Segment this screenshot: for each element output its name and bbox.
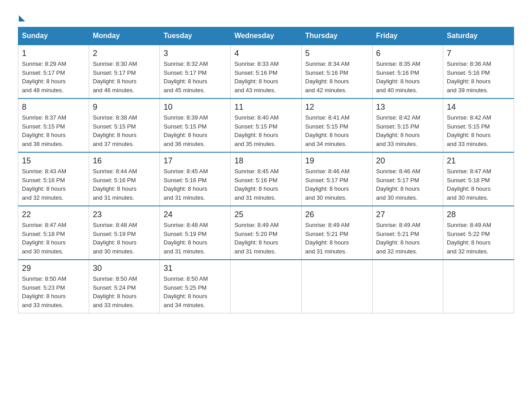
calendar-cell: 8Sunrise: 8:37 AMSunset: 5:15 PMDaylight…: [18, 98, 89, 152]
calendar-cell: 14Sunrise: 8:42 AMSunset: 5:15 PMDayligh…: [443, 98, 514, 152]
day-number: 15: [22, 156, 85, 166]
logo-arrow-icon: [19, 15, 25, 21]
day-number: 16: [93, 156, 156, 166]
week-row-3: 15Sunrise: 8:43 AMSunset: 5:16 PMDayligh…: [18, 152, 514, 206]
calendar-body: 1Sunrise: 8:29 AMSunset: 5:17 PMDaylight…: [18, 45, 514, 313]
week-row-1: 1Sunrise: 8:29 AMSunset: 5:17 PMDaylight…: [18, 45, 514, 98]
day-number: 25: [234, 210, 297, 219]
day-info: Sunrise: 8:38 AMSunset: 5:15 PMDaylight:…: [93, 113, 156, 148]
day-info: Sunrise: 8:49 AMSunset: 5:21 PMDaylight:…: [305, 221, 369, 256]
calendar-cell: 6Sunrise: 8:35 AMSunset: 5:16 PMDaylight…: [372, 45, 443, 98]
day-number: 20: [376, 156, 439, 166]
header-cell-saturday: Saturday: [443, 27, 514, 45]
day-info: Sunrise: 8:49 AMSunset: 5:21 PMDaylight:…: [376, 221, 439, 256]
day-info: Sunrise: 8:40 AMSunset: 5:15 PMDaylight:…: [234, 113, 297, 148]
day-number: 5: [305, 49, 369, 58]
calendar-cell: 15Sunrise: 8:43 AMSunset: 5:16 PMDayligh…: [18, 152, 89, 206]
calendar-cell: 10Sunrise: 8:39 AMSunset: 5:15 PMDayligh…: [160, 98, 231, 152]
day-info: Sunrise: 8:33 AMSunset: 5:16 PMDaylight:…: [234, 60, 297, 94]
calendar-cell: 1Sunrise: 8:29 AMSunset: 5:17 PMDaylight…: [18, 45, 89, 98]
logo-top: [18, 13, 25, 21]
calendar-cell: 18Sunrise: 8:45 AMSunset: 5:16 PMDayligh…: [231, 152, 301, 206]
calendar-cell: 3Sunrise: 8:32 AMSunset: 5:17 PMDaylight…: [160, 45, 231, 98]
header-cell-tuesday: Tuesday: [160, 27, 231, 45]
week-row-2: 8Sunrise: 8:37 AMSunset: 5:15 PMDaylight…: [18, 98, 514, 152]
day-info: Sunrise: 8:42 AMSunset: 5:15 PMDaylight:…: [447, 113, 510, 148]
day-number: 13: [376, 103, 439, 112]
week-row-4: 22Sunrise: 8:47 AMSunset: 5:18 PMDayligh…: [18, 206, 514, 260]
day-number: 12: [305, 103, 369, 112]
logo: [18, 13, 25, 18]
calendar-cell: 20Sunrise: 8:46 AMSunset: 5:17 PMDayligh…: [372, 152, 443, 206]
day-number: 27: [376, 210, 439, 219]
day-number: 9: [93, 103, 156, 112]
calendar-cell: 2Sunrise: 8:30 AMSunset: 5:17 PMDaylight…: [89, 45, 160, 98]
day-number: 11: [234, 103, 297, 112]
header-cell-wednesday: Wednesday: [231, 27, 301, 45]
day-info: Sunrise: 8:30 AMSunset: 5:17 PMDaylight:…: [93, 60, 156, 94]
day-info: Sunrise: 8:47 AMSunset: 5:18 PMDaylight:…: [447, 167, 510, 202]
calendar-cell: 26Sunrise: 8:49 AMSunset: 5:21 PMDayligh…: [301, 206, 372, 260]
day-number: 10: [163, 103, 227, 112]
calendar-cell: 28Sunrise: 8:49 AMSunset: 5:22 PMDayligh…: [443, 206, 514, 260]
day-number: 6: [376, 49, 439, 58]
day-info: Sunrise: 8:50 AMSunset: 5:23 PMDaylight:…: [22, 274, 85, 309]
day-number: 17: [163, 156, 227, 166]
day-number: 30: [93, 264, 156, 273]
calendar-cell: 24Sunrise: 8:48 AMSunset: 5:19 PMDayligh…: [160, 206, 231, 260]
day-info: Sunrise: 8:48 AMSunset: 5:19 PMDaylight:…: [163, 221, 227, 256]
calendar-cell: 30Sunrise: 8:50 AMSunset: 5:24 PMDayligh…: [89, 260, 160, 313]
calendar-cell: 22Sunrise: 8:47 AMSunset: 5:18 PMDayligh…: [18, 206, 89, 260]
day-info: Sunrise: 8:41 AMSunset: 5:15 PMDaylight:…: [305, 113, 369, 148]
header-row: SundayMondayTuesdayWednesdayThursdayFrid…: [18, 27, 514, 45]
week-row-5: 29Sunrise: 8:50 AMSunset: 5:23 PMDayligh…: [18, 260, 514, 313]
day-info: Sunrise: 8:32 AMSunset: 5:17 PMDaylight:…: [163, 60, 227, 94]
day-info: Sunrise: 8:29 AMSunset: 5:17 PMDaylight:…: [22, 60, 85, 94]
day-info: Sunrise: 8:45 AMSunset: 5:16 PMDaylight:…: [234, 167, 297, 202]
calendar-cell: 13Sunrise: 8:42 AMSunset: 5:15 PMDayligh…: [372, 98, 443, 152]
header-cell-friday: Friday: [372, 27, 443, 45]
calendar-cell: [372, 260, 443, 313]
day-info: Sunrise: 8:44 AMSunset: 5:16 PMDaylight:…: [93, 167, 156, 202]
calendar-header: SundayMondayTuesdayWednesdayThursdayFrid…: [18, 27, 514, 45]
calendar-table: SundayMondayTuesdayWednesdayThursdayFrid…: [18, 27, 514, 313]
calendar-cell: 29Sunrise: 8:50 AMSunset: 5:23 PMDayligh…: [18, 260, 89, 313]
day-info: Sunrise: 8:36 AMSunset: 5:16 PMDaylight:…: [447, 60, 510, 94]
day-info: Sunrise: 8:35 AMSunset: 5:16 PMDaylight:…: [376, 60, 439, 94]
calendar-cell: 7Sunrise: 8:36 AMSunset: 5:16 PMDaylight…: [443, 45, 514, 98]
day-number: 1: [22, 49, 85, 58]
calendar-cell: 5Sunrise: 8:34 AMSunset: 5:16 PMDaylight…: [301, 45, 372, 98]
day-number: 23: [93, 210, 156, 219]
day-info: Sunrise: 8:46 AMSunset: 5:17 PMDaylight:…: [376, 167, 439, 202]
calendar-cell: 17Sunrise: 8:45 AMSunset: 5:16 PMDayligh…: [160, 152, 231, 206]
day-number: 28: [447, 210, 510, 219]
calendar-cell: 12Sunrise: 8:41 AMSunset: 5:15 PMDayligh…: [301, 98, 372, 152]
calendar-cell: 9Sunrise: 8:38 AMSunset: 5:15 PMDaylight…: [89, 98, 160, 152]
day-info: Sunrise: 8:42 AMSunset: 5:15 PMDaylight:…: [376, 113, 439, 148]
day-info: Sunrise: 8:49 AMSunset: 5:20 PMDaylight:…: [234, 221, 297, 256]
day-number: 31: [163, 264, 227, 273]
calendar-cell: [231, 260, 301, 313]
calendar-cell: [443, 260, 514, 313]
day-number: 21: [447, 156, 510, 166]
header-cell-monday: Monday: [89, 27, 160, 45]
calendar-cell: 19Sunrise: 8:46 AMSunset: 5:17 PMDayligh…: [301, 152, 372, 206]
day-number: 24: [163, 210, 227, 219]
day-number: 18: [234, 156, 297, 166]
day-number: 7: [447, 49, 510, 58]
day-info: Sunrise: 8:45 AMSunset: 5:16 PMDaylight:…: [163, 167, 227, 202]
calendar-cell: 31Sunrise: 8:50 AMSunset: 5:25 PMDayligh…: [160, 260, 231, 313]
day-number: 14: [447, 103, 510, 112]
day-number: 3: [163, 49, 227, 58]
calendar-cell: 16Sunrise: 8:44 AMSunset: 5:16 PMDayligh…: [89, 152, 160, 206]
day-number: 19: [305, 156, 369, 166]
day-number: 29: [22, 264, 85, 273]
day-info: Sunrise: 8:43 AMSunset: 5:16 PMDaylight:…: [22, 167, 85, 202]
calendar-cell: 4Sunrise: 8:33 AMSunset: 5:16 PMDaylight…: [231, 45, 301, 98]
header-cell-sunday: Sunday: [18, 27, 89, 45]
day-info: Sunrise: 8:47 AMSunset: 5:18 PMDaylight:…: [22, 221, 85, 256]
day-info: Sunrise: 8:50 AMSunset: 5:25 PMDaylight:…: [163, 274, 227, 309]
calendar-cell: 11Sunrise: 8:40 AMSunset: 5:15 PMDayligh…: [231, 98, 301, 152]
day-info: Sunrise: 8:49 AMSunset: 5:22 PMDaylight:…: [447, 221, 510, 256]
header-cell-thursday: Thursday: [301, 27, 372, 45]
